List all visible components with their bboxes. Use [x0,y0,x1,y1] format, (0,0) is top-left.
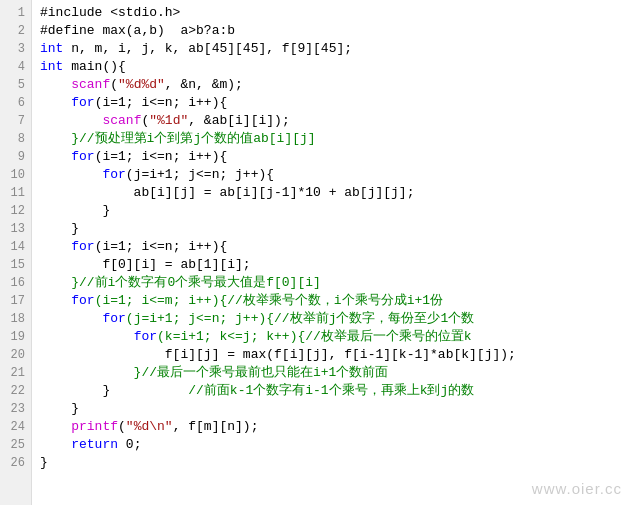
watermark: www.oier.cc [532,480,622,497]
line-number: 18 [0,310,31,328]
line-numbers: 1234567891011121314151617181920212223242… [0,0,32,505]
code-segment: for [102,311,125,326]
code-segment: for [134,329,157,344]
code-segment: ( [110,77,118,92]
code-segment: }//预处理第i个到第j个数的值ab[i][j] [40,131,316,146]
line-number: 9 [0,148,31,166]
line-number: 22 [0,382,31,400]
code-segment: f[i][j] = max(f[i][j], f[i-1][k-1]*ab[k]… [40,347,516,362]
code-segment [40,149,71,164]
code-line: } [40,400,630,418]
code-segment: "%d\n" [126,419,173,434]
code-segment: f[0][i] = ab[1][i]; [40,257,251,272]
code-line: #define max(a,b) a>b?a:b [40,22,630,40]
line-number: 11 [0,184,31,202]
line-number: 23 [0,400,31,418]
line-number: 26 [0,454,31,472]
code-segment: } [40,383,110,398]
code-segment: //前面k-1个数字有i-1个乘号，再乘上k到j的数 [110,383,474,398]
line-number: 2 [0,22,31,40]
code-segment: }//最后一个乘号最前也只能在i+1个数前面 [40,365,388,380]
code-segment: }//前i个数字有0个乘号最大值是f[0][i] [40,275,321,290]
code-segment [40,311,102,326]
code-segment: for [71,95,94,110]
code-segment: ab[i][j] = ab[i][j-1]*10 + ab[j][j]; [40,185,414,200]
code-line: f[0][i] = ab[1][i]; [40,256,630,274]
code-line: } [40,454,630,472]
code-segment [40,329,134,344]
code-segment [40,77,71,92]
code-line: }//前i个数字有0个乘号最大值是f[0][i] [40,274,630,292]
code-line: for(j=i+1; j<=n; j++){//枚举前j个数字，每份至少1个数 [40,310,630,328]
code-segment: 0; [118,437,141,452]
code-segment: "%1d" [149,113,188,128]
code-line: int main(){ [40,58,630,76]
code-line: for(i=1; i<=n; i++){ [40,148,630,166]
code-line: ab[i][j] = ab[i][j-1]*10 + ab[j][j]; [40,184,630,202]
code-segment: for [71,293,94,308]
code-segment: , f[m][n]); [173,419,259,434]
code-segment: } [40,221,79,236]
code-segment: (i=1; i<=m; i++){//枚举乘号个数，i个乘号分成i+1份 [95,293,443,308]
line-number: 1 [0,4,31,22]
code-segment: #define max(a,b) a>b?a:b [40,23,235,38]
code-line: } [40,202,630,220]
line-number: 13 [0,220,31,238]
code-segment: return [71,437,118,452]
code-segment [40,95,71,110]
code-line: } //前面k-1个数字有i-1个乘号，再乘上k到j的数 [40,382,630,400]
line-number: 4 [0,58,31,76]
line-number: 6 [0,94,31,112]
code-segment: int [40,59,63,74]
code-segment: (i=1; i<=n; i++){ [95,149,228,164]
code-segment: scanf [102,113,141,128]
code-segment: printf [71,419,118,434]
code-segment: (i=1; i<=n; i++){ [95,239,228,254]
code-segment: } [40,455,48,470]
line-number: 10 [0,166,31,184]
line-number: 21 [0,364,31,382]
code-segment: #include <stdio.h> [40,5,180,20]
code-line: printf("%d\n", f[m][n]); [40,418,630,436]
code-segment: "%d%d" [118,77,165,92]
code-segment: } [40,203,110,218]
line-number: 3 [0,40,31,58]
code-line: scanf("%1d", &ab[i][i]); [40,112,630,130]
line-number: 25 [0,436,31,454]
code-segment [40,113,102,128]
code-line: return 0; [40,436,630,454]
code-line: } [40,220,630,238]
code-segment [40,167,102,182]
code-line: }//预处理第i个到第j个数的值ab[i][j] [40,130,630,148]
line-number: 14 [0,238,31,256]
code-segment: int [40,41,63,56]
code-segment: main(){ [63,59,125,74]
code-container: 1234567891011121314151617181920212223242… [0,0,638,505]
line-number: 5 [0,76,31,94]
code-segment: , &ab[i][i]); [188,113,289,128]
line-number: 12 [0,202,31,220]
code-line: }//最后一个乘号最前也只能在i+1个数前面 [40,364,630,382]
code-line: for(i=1; i<=n; i++){ [40,238,630,256]
code-segment: (j=i+1; j<=n; j++){ [126,167,274,182]
code-segment: (j=i+1; j<=n; j++){//枚举前j个数字，每份至少1个数 [126,311,474,326]
line-number: 20 [0,346,31,364]
line-number: 15 [0,256,31,274]
code-line: for(k=i+1; k<=j; k++){//枚举最后一个乘号的位置k [40,328,630,346]
code-line: int n, m, i, j, k, ab[45][45], f[9][45]; [40,40,630,58]
line-number: 7 [0,112,31,130]
code-area: #include <stdio.h>#define max(a,b) a>b?a… [32,0,638,505]
code-segment: scanf [71,77,110,92]
code-line: for(i=1; i<=m; i++){//枚举乘号个数，i个乘号分成i+1份 [40,292,630,310]
code-segment: } [40,401,79,416]
line-number: 24 [0,418,31,436]
code-segment [40,293,71,308]
line-number: 17 [0,292,31,310]
code-line: for(i=1; i<=n; i++){ [40,94,630,112]
code-segment [40,437,71,452]
code-segment [40,239,71,254]
code-segment: ( [118,419,126,434]
line-number: 16 [0,274,31,292]
code-line: #include <stdio.h> [40,4,630,22]
code-line: for(j=i+1; j<=n; j++){ [40,166,630,184]
